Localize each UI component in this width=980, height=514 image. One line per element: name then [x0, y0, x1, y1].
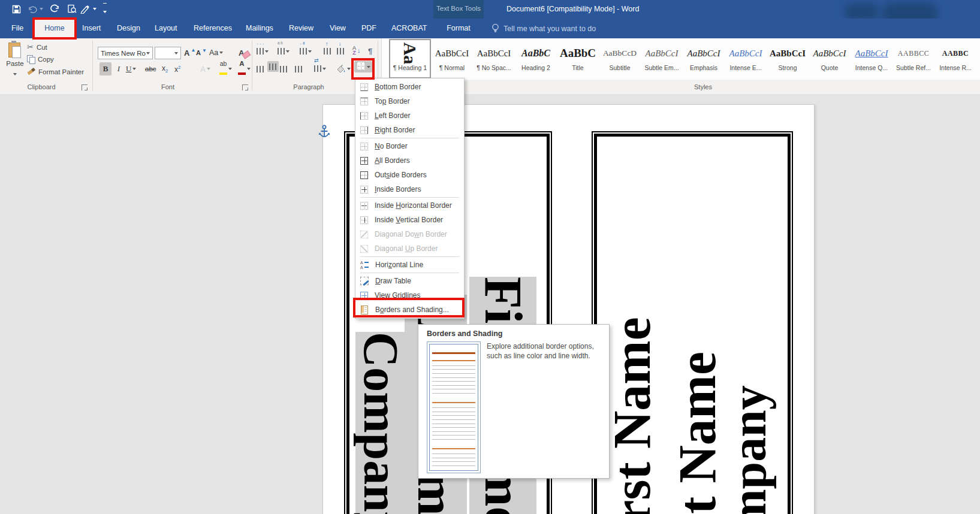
style-heading-2[interactable]: AaBbCHeading 2	[516, 40, 556, 77]
menu-item-bottom-border[interactable]: Bottom Border	[355, 80, 464, 94]
bullets-button[interactable]: ···	[257, 45, 269, 58]
tab-references[interactable]: References	[194, 19, 232, 38]
style-heading-1[interactable]: Aa¶ Heading 1	[390, 40, 430, 77]
line-spacing-button[interactable]: ⇄	[314, 62, 326, 75]
clear-formatting-button[interactable]: A	[239, 46, 244, 59]
tab-insert[interactable]: Insert	[82, 19, 101, 38]
sort-button[interactable]: AZ ↓	[352, 44, 361, 57]
style-intense-q[interactable]: AaBbCcIIntense Q...	[852, 40, 891, 77]
style-intense-e[interactable]: AaBbCcIIntense E...	[726, 40, 765, 77]
menu-item-diagonal-up-border: Diagonal Up Border	[355, 241, 464, 256]
format-painter-button[interactable]: Format Painter	[27, 68, 84, 75]
decrease-indent-button[interactable]: ↑	[324, 45, 331, 58]
right-card-company-text[interactable]: Company	[722, 385, 776, 514]
menu-item-inside-borders[interactable]: Inside Borders	[355, 182, 464, 196]
tab-acrobat[interactable]: ACROBAT	[391, 19, 427, 38]
menu-item-label: Bottom Border	[375, 83, 421, 91]
justify-button[interactable]	[295, 62, 304, 75]
window-title: Document6 [Compatibility Mode] - Word	[506, 5, 639, 13]
menu-item-right-border[interactable]: Right Border	[355, 123, 464, 137]
style-no-spac[interactable]: AaBbCcI¶ No Spac...	[474, 40, 514, 77]
shrink-font-button[interactable]: A▼	[196, 46, 207, 59]
style-strong[interactable]: AaBbCcIStrong	[768, 40, 807, 77]
bold-button[interactable]: B	[99, 62, 111, 75]
menu-item-outside-borders[interactable]: Outside Borders	[355, 168, 464, 182]
style-subtitle[interactable]: AaBbCcDSubtitle	[600, 40, 640, 77]
shading-button[interactable]	[336, 62, 351, 75]
undo-dropdown-icon[interactable]	[40, 8, 43, 10]
paragraph-group-label: Paragraph	[288, 83, 330, 90]
font-color-button[interactable]: A	[238, 62, 251, 75]
menu-item-all-borders[interactable]: All Borders	[355, 153, 464, 168]
draw-dropdown-icon[interactable]	[93, 8, 97, 10]
menu-item-draw-table[interactable]: Draw Table	[355, 274, 464, 288]
tab-format-contextual[interactable]: Format	[433, 19, 484, 38]
tab-view[interactable]: View	[330, 19, 346, 38]
strikethrough-button[interactable]: abc	[145, 62, 156, 75]
align-left-button[interactable]	[257, 62, 266, 75]
numbering-button[interactable]: ᵃᵇ	[278, 45, 290, 58]
borders-button[interactable]	[354, 61, 372, 72]
outside-borders-icon	[360, 171, 368, 179]
paste-button[interactable]: Paste	[4, 41, 26, 80]
left-card-company-text[interactable]: Company	[355, 332, 406, 514]
underline-button[interactable]: U	[126, 62, 136, 75]
style-quote[interactable]: AaBbCcIQuote	[810, 40, 849, 77]
grow-font-button[interactable]: A▲	[184, 46, 195, 59]
font-dialog-launcher-icon[interactable]	[242, 84, 248, 90]
superscript-button[interactable]: x2	[174, 62, 180, 75]
clipboard-dialog-launcher-icon[interactable]	[82, 84, 88, 90]
style-name: Intense E...	[726, 64, 765, 71]
menu-item-view-gridlines[interactable]: View Gridlines	[355, 288, 464, 303]
style-name: Subtle Em...	[642, 64, 682, 71]
menu-item-top-border[interactable]: Top Border	[355, 94, 464, 108]
copy-button[interactable]: Copy	[27, 55, 54, 63]
menu-item-left-border[interactable]: Left Border	[355, 108, 464, 123]
style-normal[interactable]: AaBbCcI¶ Normal	[432, 40, 472, 77]
menu-item-no-border[interactable]: No Border	[355, 139, 464, 153]
font-size-combo[interactable]	[155, 47, 181, 59]
style-subtle-em[interactable]: AaBbCcISubtle Em...	[642, 40, 682, 77]
cut-button[interactable]: ✂ Cut	[27, 43, 47, 52]
style-title[interactable]: AaBbCTitle	[558, 40, 598, 77]
text-effects-button[interactable]: A	[200, 62, 210, 75]
increase-indent-button[interactable]: ↓	[337, 45, 344, 58]
tab-home[interactable]: Home	[35, 19, 74, 38]
align-right-button[interactable]	[280, 62, 289, 75]
draw-icon[interactable]	[80, 3, 97, 15]
tell-me-box[interactable]: Tell me what you want to do	[491, 19, 596, 38]
menu-item-inside-horizontal-border[interactable]: Inside Horizontal Border	[355, 198, 464, 213]
font-name-combo[interactable]: Times New Ro	[98, 47, 153, 59]
show-hide-pilcrow-button[interactable]: ¶	[368, 44, 372, 58]
tab-design[interactable]: Design	[117, 19, 140, 38]
print-preview-icon[interactable]	[67, 3, 77, 15]
tab-pdf[interactable]: PDF	[361, 19, 376, 38]
italic-button[interactable]: I	[114, 62, 123, 75]
right-card-last-name-text[interactable]: Last Name	[667, 352, 729, 514]
change-case-button[interactable]: Aa	[209, 46, 223, 59]
menu-item-inside-vertical-border[interactable]: Inside Vertical Border	[355, 213, 464, 227]
style-emphasis[interactable]: AaBbCcIEmphasis	[684, 40, 723, 77]
menu-item-label: Diagonal Down Border	[375, 230, 447, 238]
copy-label: Copy	[38, 56, 54, 63]
menu-item-diagonal-down-border: Diagonal Down Border	[355, 227, 464, 241]
font-name-value: Times New Ro	[101, 50, 146, 57]
style-subtle-ref[interactable]: AABBCCSubtle Ref...	[894, 40, 933, 77]
paste-dropdown-icon[interactable]	[13, 73, 17, 75]
text-highlight-button[interactable]: ab	[219, 62, 232, 75]
subscript-button[interactable]: x2	[162, 62, 168, 75]
style-intense-r[interactable]: AABBCIntense R...	[936, 40, 975, 77]
save-icon[interactable]	[12, 3, 21, 15]
tab-mailings[interactable]: Mailings	[246, 19, 273, 38]
undo-icon[interactable]	[28, 3, 43, 15]
menu-item-borders-and-shading[interactable]: Borders and Shading...	[355, 303, 464, 317]
menu-item-horizontal-line[interactable]: AAHorizontal Line	[355, 258, 464, 272]
tab-review[interactable]: Review	[289, 19, 313, 38]
customize-quick-access-icon[interactable]	[103, 3, 107, 15]
align-center-button[interactable]	[267, 61, 279, 72]
tab-layout[interactable]: Layout	[155, 19, 177, 38]
tab-file[interactable]: File	[11, 19, 23, 38]
redo-icon[interactable]	[50, 3, 60, 15]
style-name: ¶ Normal	[432, 64, 472, 71]
multilevel-list-button[interactable]: ·ᵃ	[300, 45, 312, 58]
